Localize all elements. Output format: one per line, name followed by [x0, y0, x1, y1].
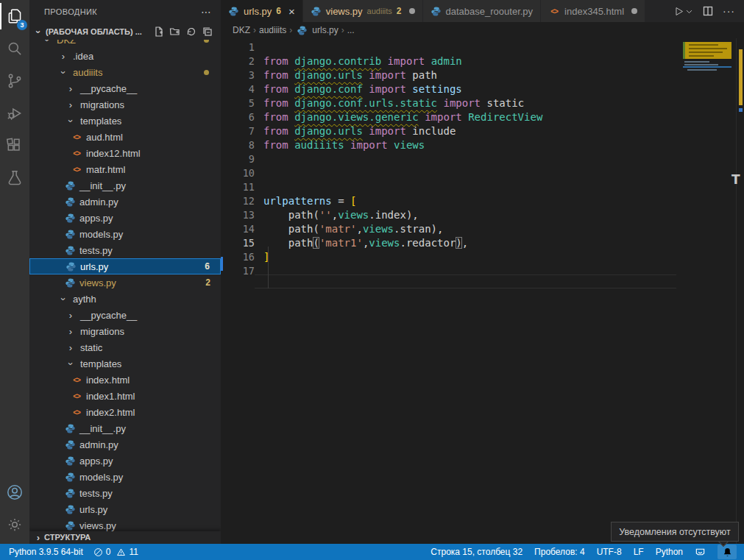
code-token: [288, 111, 294, 123]
language-mode-item[interactable]: Python: [656, 547, 683, 557]
tree-item-label: admin.py: [79, 439, 118, 450]
tree-item-templates[interactable]: ›templates: [29, 113, 221, 129]
python-interpreter-item[interactable]: Python 3.9.5 64-bit: [9, 547, 83, 557]
code-token: [462, 111, 468, 123]
tree-item-aythh[interactable]: ›aythh: [29, 291, 221, 307]
tree-item-tests.py[interactable]: tests.py: [29, 485, 221, 501]
indentation-item[interactable]: Пробелов: 4: [534, 547, 585, 557]
code-token: .index),: [369, 209, 418, 221]
views-and-more-actions-icon[interactable]: ⋯: [201, 6, 212, 18]
tree-item-__init__.py[interactable]: __init__.py: [29, 420, 221, 436]
tree-item-urls.py[interactable]: urls.py6: [29, 258, 221, 274]
python-file-icon: [65, 520, 76, 531]
tree-item-DKZ[interactable]: ›DKZ: [29, 40, 221, 48]
encoding-item[interactable]: UTF-8: [597, 547, 622, 557]
chevron-right-icon: ›: [65, 326, 77, 337]
account-icon[interactable]: [0, 476, 29, 508]
tree-item-index1.html[interactable]: <>index1.html: [29, 388, 221, 404]
tree-item-label: __pycache__: [80, 83, 137, 94]
tree-item-urls.py[interactable]: urls.py: [29, 501, 221, 517]
code-token: django.urls: [294, 69, 363, 81]
tree-item-aud.html[interactable]: <>aud.html: [29, 129, 221, 145]
split-editor-icon[interactable]: [702, 5, 714, 17]
tree-item-audiiits[interactable]: ›audiiits: [29, 64, 221, 80]
notifications-bell-icon[interactable]: [718, 545, 737, 559]
new-folder-icon[interactable]: [169, 26, 181, 38]
tree-item-views.py[interactable]: views.py: [29, 517, 221, 531]
problems-item[interactable]: 0 11: [93, 547, 138, 557]
code-token: from: [263, 83, 288, 95]
code-area[interactable]: 12from django.contrib import admin3from …: [221, 38, 744, 544]
workspace-section-header[interactable]: › (РАБОЧАЯ ОБЛАСТЬ) ...: [29, 24, 221, 40]
source-control-icon[interactable]: [0, 65, 29, 97]
breadcrumb-item-urls.py[interactable]: urls.py: [312, 25, 338, 35]
tree-item-templates[interactable]: ›templates: [29, 355, 221, 372]
close-icon[interactable]: ×: [288, 5, 295, 18]
outline-section-header[interactable]: › СТРУКТУРА: [29, 531, 221, 543]
breadcrumb-item-DKZ[interactable]: DKZ: [233, 25, 250, 35]
tab-views.py[interactable]: views.pyaudiiits2: [303, 0, 423, 22]
code-token: ]: [263, 251, 269, 263]
code-token: 'matr': [319, 223, 357, 235]
tree-item-models.py[interactable]: models.py: [29, 469, 221, 485]
tree-item-admin.py[interactable]: admin.py: [29, 194, 221, 210]
tree-item-apps.py[interactable]: apps.py: [29, 210, 221, 226]
more-actions-icon[interactable]: ···: [723, 5, 735, 17]
breadcrumb-item-audiiits[interactable]: audiiits: [259, 25, 286, 35]
search-icon[interactable]: [0, 32, 29, 65]
tree-item-label: urls.py: [80, 261, 108, 272]
python-file-icon: [65, 261, 77, 272]
code-token: django.conf.urls.static: [294, 97, 437, 109]
tree-item-apps.py[interactable]: apps.py: [29, 453, 221, 469]
indent-guide: [268, 247, 269, 288]
python-file-icon: [65, 504, 76, 515]
tree-item-index2.html[interactable]: <>index2.html: [29, 404, 221, 420]
tree-item-__pycache__[interactable]: ›__pycache__: [29, 80, 221, 96]
refresh-icon[interactable]: [185, 26, 197, 38]
tree-item-views.py[interactable]: views.py2: [29, 274, 221, 291]
explorer-icon[interactable]: 3: [0, 0, 29, 32]
cursor-position-item[interactable]: Строка 15, столбец 32: [431, 547, 522, 557]
modified-dot: [204, 70, 209, 75]
tree-item-__pycache__[interactable]: ›__pycache__: [29, 307, 221, 323]
eol-item[interactable]: LF: [634, 547, 644, 557]
tab-database_roouter.py[interactable]: database_roouter.py: [423, 0, 542, 22]
extensions-icon[interactable]: [0, 130, 29, 162]
new-file-icon[interactable]: [153, 26, 165, 38]
code-line-16: 16]: [221, 250, 744, 264]
code-token: [419, 111, 425, 123]
collapse-folders-icon[interactable]: [202, 26, 213, 38]
testing-icon[interactable]: [0, 162, 29, 194]
tree-item-.idea[interactable]: ›.idea: [29, 48, 221, 64]
tree-item-static[interactable]: ›static: [29, 339, 221, 355]
feedback-smiley-icon[interactable]: [695, 547, 706, 558]
line-number: 7: [221, 124, 255, 138]
html-file-icon: <>: [548, 7, 560, 15]
code-line-6: 6from django.views.generic import Redire…: [221, 110, 744, 124]
tree-item-tests.py[interactable]: tests.py: [29, 242, 221, 258]
tab-index345.html[interactable]: <>index345.html: [541, 0, 645, 22]
run-python-file-button[interactable]: [673, 5, 693, 18]
tree-item-matr.html[interactable]: <>matr.html: [29, 161, 221, 177]
tree-item-index12.html[interactable]: <>index12.html: [29, 145, 221, 161]
tree-item-migrations[interactable]: ›migrations: [29, 323, 221, 339]
code-token: [288, 55, 294, 67]
tree-item-admin.py[interactable]: admin.py: [29, 436, 221, 453]
chevron-right-icon: ›: [65, 83, 77, 94]
tab-urls.py[interactable]: urls.py6×: [221, 0, 303, 22]
minimap[interactable]: [683, 38, 734, 185]
overview-ruler-scrollbar[interactable]: [736, 38, 744, 544]
breadcrumb-item-...[interactable]: ...: [347, 25, 355, 35]
tree-item-index.html[interactable]: <>index.html: [29, 372, 221, 388]
tree-item-migrations[interactable]: ›migrations: [29, 96, 221, 113]
tree-item-__init__.py[interactable]: __init__.py: [29, 177, 221, 194]
chevron-down-icon: ›: [58, 293, 69, 305]
line-number: 3: [221, 68, 255, 82]
run-and-debug-icon[interactable]: [0, 97, 29, 130]
chevron-down-icon[interactable]: [685, 7, 693, 15]
tree-item-label: views.py: [79, 277, 116, 288]
line-number: 2: [221, 54, 255, 68]
line-number: 15: [221, 236, 255, 250]
settings-gear-icon[interactable]: [0, 508, 29, 541]
tree-item-models.py[interactable]: models.py: [29, 226, 221, 242]
